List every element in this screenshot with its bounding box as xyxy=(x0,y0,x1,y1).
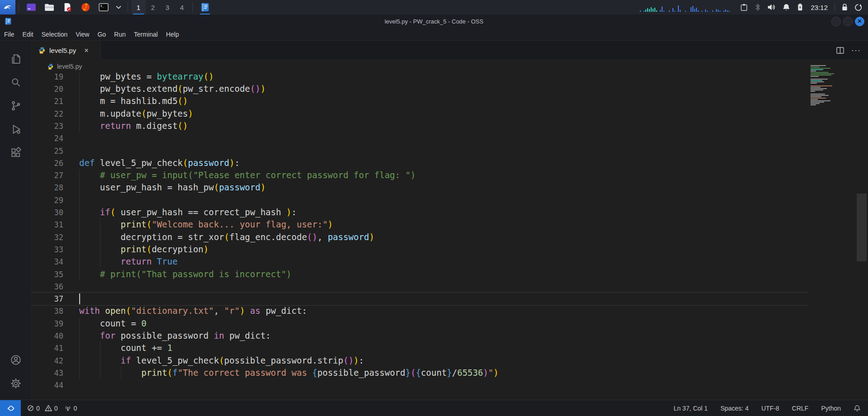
code-line-27[interactable]: 27 # user_pw = input("Please enter corre… xyxy=(32,169,808,182)
code-line-22[interactable]: 22 m.update(pw_bytes) xyxy=(32,108,808,120)
menu-edit[interactable]: Edit xyxy=(19,29,38,40)
explorer-icon[interactable] xyxy=(5,47,26,71)
code-line-43[interactable]: 43 print(f"The correct password was {pos… xyxy=(32,367,808,379)
editor-region: level5.py × ··· level5.py 19 pw_bytes xyxy=(32,41,868,400)
kali-menu-button[interactable] xyxy=(0,0,15,14)
cursor-position[interactable]: Ln 37, Col 1 xyxy=(673,405,708,412)
vertical-scrollbar[interactable] xyxy=(855,60,868,400)
code-viewport[interactable]: 19 pw_bytes = bytearray()20 pw_bytes.ext… xyxy=(32,73,868,400)
code-text: pw_bytes = bytearray() xyxy=(79,73,214,83)
volume-icon[interactable] xyxy=(767,3,776,11)
close-button[interactable]: ✕ xyxy=(855,17,864,26)
code-line-36[interactable]: 36 xyxy=(32,280,808,293)
code-text: def level_5_pw_check(password): xyxy=(79,157,240,169)
launcher-text-editor[interactable] xyxy=(61,0,74,14)
search-icon[interactable] xyxy=(5,71,26,94)
window-titlebar[interactable]: level5.py - PW_crack_5 - Code - OSS ✕ xyxy=(0,14,868,28)
source-control-icon[interactable] xyxy=(5,94,26,118)
accounts-icon[interactable] xyxy=(5,348,26,372)
notifications-bell-icon[interactable] xyxy=(782,3,790,11)
power-icon[interactable] xyxy=(854,4,862,11)
code-line-19[interactable]: 19 pw_bytes = bytearray() xyxy=(32,73,808,83)
radio-tower-icon xyxy=(64,405,72,411)
launcher-window-app[interactable] xyxy=(24,0,38,14)
extensions-icon[interactable] xyxy=(5,141,26,165)
code-line-30[interactable]: 30 if( user_pw_hash == correct_pw_hash )… xyxy=(32,206,808,219)
remote-indicator[interactable] xyxy=(0,400,21,416)
code-line-32[interactable]: 32 decryption = str_xor(flag_enc.decode(… xyxy=(32,231,808,244)
line-number: 36 xyxy=(32,280,63,293)
code-line-35[interactable]: 35 # print("That password is incorrect") xyxy=(32,268,808,281)
line-number: 24 xyxy=(32,132,63,145)
encoding[interactable]: UTF-8 xyxy=(761,405,779,412)
code-line-29[interactable]: 29 xyxy=(32,194,808,207)
menu-file[interactable]: File xyxy=(0,29,19,40)
line-number: 27 xyxy=(32,169,63,182)
desktop-taskbar: $_ 1234 xyxy=(0,0,868,14)
code-line-20[interactable]: 20 pw_bytes.extend(pw_str.encode()) xyxy=(32,83,808,95)
code-line-39[interactable]: 39 count = 0 xyxy=(32,317,808,330)
code-line-31[interactable]: 31 print("Welcome back... your flag, use… xyxy=(32,218,808,231)
code-line-40[interactable]: 40 for possible_password in pw_dict: xyxy=(32,330,808,342)
workspace-1[interactable]: 1 xyxy=(131,0,146,14)
code-line-37[interactable]: 37 xyxy=(32,292,808,306)
code-line-21[interactable]: 21 m = hashlib.md5() xyxy=(32,95,808,108)
minimize-button[interactable] xyxy=(831,17,841,26)
breadcrumb-item[interactable]: level5.py xyxy=(57,63,82,70)
problems-indicator[interactable]: 0 0 xyxy=(27,405,58,412)
window-title: level5.py - PW_crack_5 - Code - OSS xyxy=(0,18,868,25)
eol-sequence[interactable]: CRLF xyxy=(792,405,809,412)
notifications-bell-icon[interactable] xyxy=(854,405,861,412)
terminal-dropdown-caret[interactable] xyxy=(115,0,122,14)
code-line-44[interactable]: 44 xyxy=(32,379,808,392)
menu-help[interactable]: Help xyxy=(162,29,183,40)
launcher-file-manager[interactable] xyxy=(43,0,56,14)
tab-close-icon[interactable]: × xyxy=(84,47,88,54)
indentation[interactable]: Spaces: 4 xyxy=(720,405,749,412)
ports-indicator[interactable]: 0 xyxy=(64,405,77,412)
code-line-26[interactable]: 26def level_5_pw_check(password): xyxy=(32,157,808,170)
maximize-button[interactable] xyxy=(843,17,853,26)
launcher-firefox[interactable] xyxy=(79,0,92,14)
code-line-38[interactable]: 38with open("dictionary.txt", "r") as pw… xyxy=(32,305,808,317)
code-line-28[interactable]: 28 user_pw_hash = hash_pw(password) xyxy=(32,181,808,194)
code-line-41[interactable]: 41 count += 1 xyxy=(32,342,808,355)
breadcrumb[interactable]: level5.py xyxy=(32,60,814,73)
bluetooth-icon[interactable] xyxy=(754,3,761,11)
code-text: # print("That password is incorrect") xyxy=(79,268,291,280)
activity-bar xyxy=(0,41,32,400)
lock-screen-icon[interactable] xyxy=(841,3,848,11)
split-editor-icon[interactable] xyxy=(836,47,844,54)
workspace-3[interactable]: 3 xyxy=(160,0,175,14)
workbench: level5.py × ··· level5.py 19 pw_bytes xyxy=(0,41,868,400)
code-line-23[interactable]: 23 return m.digest() xyxy=(32,120,808,132)
taskbar-window-code-oss[interactable] xyxy=(198,0,212,14)
terminal-icon: $_ xyxy=(99,3,109,11)
workspace-2[interactable]: 2 xyxy=(146,0,160,14)
desktop-screen: $_ 1234 xyxy=(0,0,868,416)
more-actions-icon[interactable]: ··· xyxy=(851,46,861,55)
settings-gear-icon[interactable] xyxy=(5,372,26,395)
language-mode[interactable]: Python xyxy=(821,405,841,412)
code-line-34[interactable]: 34 return True xyxy=(32,255,808,268)
menu-view[interactable]: View xyxy=(72,29,93,40)
tab-level5-py[interactable]: level5.py × xyxy=(32,41,101,60)
menu-terminal[interactable]: Terminal xyxy=(130,29,162,40)
code-line-33[interactable]: 33 print(decryption) xyxy=(32,243,808,256)
launcher-terminal[interactable]: $_ xyxy=(97,0,110,14)
clipboard-tray-icon[interactable] xyxy=(740,3,748,11)
battery-icon[interactable] xyxy=(796,3,804,11)
code-line-24[interactable]: 24 xyxy=(32,132,808,145)
document-icon xyxy=(63,3,72,12)
scrollbar-thumb[interactable] xyxy=(857,194,867,261)
menu-go[interactable]: Go xyxy=(93,29,110,40)
system-monitor-graph[interactable] xyxy=(640,3,730,12)
minimap[interactable] xyxy=(808,60,855,400)
workspace-4[interactable]: 4 xyxy=(175,0,189,14)
menu-selection[interactable]: Selection xyxy=(38,29,72,40)
code-line-25[interactable]: 25 xyxy=(32,145,808,157)
menu-run[interactable]: Run xyxy=(110,29,130,40)
code-line-42[interactable]: 42 if level_5_pw_check(possible_password… xyxy=(32,355,808,367)
run-debug-icon[interactable] xyxy=(5,118,26,141)
taskbar-clock[interactable]: 23:12 xyxy=(811,4,828,11)
